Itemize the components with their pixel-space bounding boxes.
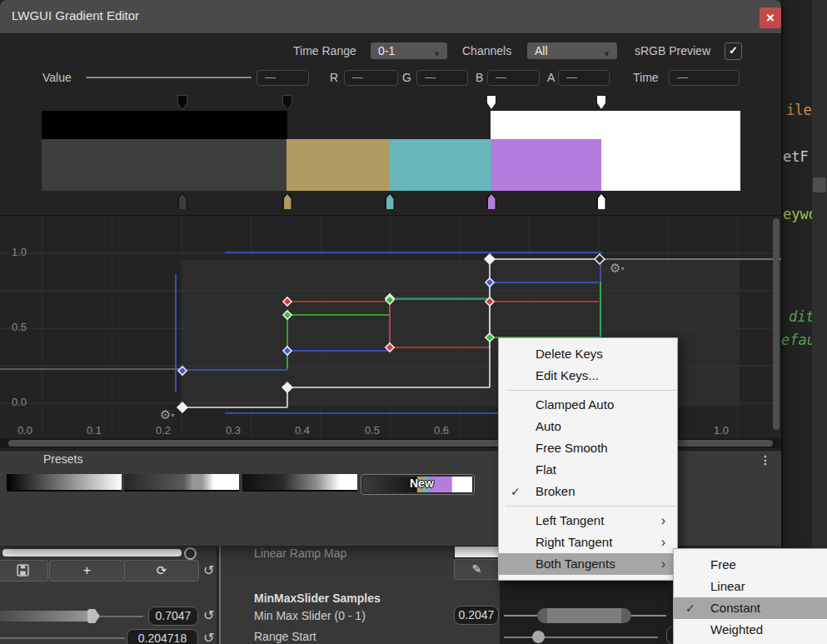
- value-slider[interactable]: [86, 77, 252, 78]
- r-field[interactable]: —: [344, 70, 398, 86]
- preset-new-label: New: [410, 477, 434, 490]
- submenu-item-weighted[interactable]: Weighted: [674, 619, 827, 641]
- undo-icon-1[interactable]: ↺: [203, 562, 214, 578]
- channels-dropdown[interactable]: All ▼: [527, 42, 617, 59]
- menu-item-label: Delete Keys: [536, 347, 603, 361]
- x-axis-tick: 0.4: [295, 424, 310, 437]
- submenu-item-linear[interactable]: Linear: [674, 576, 827, 597]
- window-title: LWGUI Gradient Editor: [12, 8, 139, 22]
- x-axis-tick: 1.0: [714, 424, 729, 437]
- submenu-arrow-icon: ›: [661, 510, 665, 531]
- gear-caret-icon: ▾: [171, 412, 174, 419]
- menu-item-delete-keys[interactable]: Delete Keys: [499, 343, 677, 365]
- refresh-presets-button[interactable]: ⟳: [124, 560, 199, 582]
- menu-item-label: Constant: [710, 601, 760, 615]
- range-start-track[interactable]: [504, 637, 658, 638]
- menu-item-right-tangent[interactable]: Right Tangent›: [499, 532, 677, 553]
- time-range-label: Time Range: [293, 44, 356, 57]
- preset-swatch[interactable]: [242, 474, 357, 492]
- undo-icon-2[interactable]: ↺: [203, 607, 214, 623]
- menu-item-flat[interactable]: Flat: [499, 459, 677, 481]
- gradient-alpha-preview[interactable]: [42, 111, 740, 139]
- save-preset-button[interactable]: [0, 560, 48, 582]
- tangent-submenu: FreeLinear✓ConstantWeighted: [673, 548, 827, 644]
- value1-field[interactable]: 0.7047: [148, 607, 198, 626]
- submenu-arrow-icon: ›: [661, 553, 665, 574]
- gradient-color-preview[interactable]: [42, 139, 740, 191]
- time-field[interactable]: —: [669, 70, 740, 86]
- chevron-down-icon: ▼: [433, 46, 441, 62]
- y-axis-tick: 0.5: [12, 321, 27, 333]
- panel-splitter-highlight: [219, 546, 221, 644]
- menu-item-label: Both Tangents: [536, 557, 615, 571]
- minmax-value-field[interactable]: 0.2047: [454, 606, 499, 625]
- x-axis-tick: 0.1: [87, 424, 102, 437]
- gear-icon[interactable]: ⚙▾: [610, 261, 624, 276]
- color-circle-icon[interactable]: [184, 547, 197, 560]
- channels-value: All: [535, 44, 548, 57]
- code-text-fragment: etF: [783, 148, 809, 165]
- menu-item-left-tangent[interactable]: Left Tangent›: [499, 510, 677, 532]
- submenu-item-free[interactable]: Free: [674, 554, 827, 576]
- srgb-preview-label: sRGB Preview: [635, 44, 710, 57]
- menu-item-auto[interactable]: Auto: [499, 416, 677, 437]
- menu-item-broken[interactable]: ✓Broken: [499, 481, 677, 502]
- menu-item-both-tangents[interactable]: Both Tangents›: [499, 553, 677, 575]
- code-text-fragment: dit: [789, 308, 815, 325]
- screen: ileNetFeywoditefau + ⟳ ↺ 0.7047 ↺ 0.2047…: [0, 0, 827, 644]
- time-range-dropdown[interactable]: 0-1 ▼: [371, 42, 447, 59]
- ramp-preview-bar: [2, 549, 182, 557]
- check-icon: ✓: [685, 597, 695, 619]
- a-field[interactable]: —: [558, 70, 610, 86]
- preset-swatch[interactable]: [7, 474, 122, 492]
- menu-item-label: Free: [710, 557, 736, 572]
- curve-vscrollbar-thumb[interactable]: [773, 218, 780, 430]
- minmax-slider-range[interactable]: [537, 608, 631, 623]
- value2-field[interactable]: 0.204718: [127, 629, 198, 644]
- menu-item-free-smooth[interactable]: Free Smooth: [499, 437, 677, 459]
- gear-glyph: ⚙: [160, 407, 171, 422]
- menu-item-label: Auto: [536, 419, 561, 433]
- g-field[interactable]: —: [416, 70, 468, 86]
- ramp-texture-swatch[interactable]: [454, 546, 500, 558]
- g-label: G: [402, 71, 411, 84]
- time-label: Time: [633, 71, 659, 84]
- menu-item-label: Free Smooth: [536, 441, 608, 455]
- context-menu: Delete KeysEdit Keys...Clamped AutoAutoF…: [498, 337, 678, 581]
- ramp-slider-track[interactable]: [100, 616, 143, 617]
- gear-glyph: ⚙: [610, 261, 620, 275]
- preset-new-swatch[interactable]: New: [361, 474, 475, 495]
- menu-item-label: Linear: [710, 579, 745, 593]
- time-range-value: 0-1: [378, 44, 395, 57]
- srgb-preview-checkbox[interactable]: ✓: [725, 42, 742, 60]
- preset-swatch[interactable]: [124, 474, 239, 492]
- menu-item-label: Clamped Auto: [536, 397, 614, 412]
- ramp-slider-fill[interactable]: [0, 611, 93, 622]
- presets-title: Presets: [43, 452, 82, 466]
- y-axis-tick: 1.0: [12, 246, 27, 258]
- channels-label: Channels: [462, 44, 511, 57]
- menu-item-clamped-auto[interactable]: Clamped Auto: [499, 394, 677, 416]
- y-axis-tick: 0.0: [12, 396, 27, 408]
- row2-slider-track[interactable]: [0, 637, 125, 639]
- submenu-item-constant[interactable]: ✓Constant: [674, 597, 827, 619]
- range-start-thumb[interactable]: [532, 631, 545, 643]
- ramp-map-label: Linear Ramp Map: [254, 547, 346, 560]
- undo-icon-3[interactable]: ↺: [203, 630, 214, 644]
- kebab-menu-icon[interactable]: ⋮: [760, 453, 771, 467]
- gear-icon[interactable]: ⚙▾: [160, 407, 174, 422]
- menu-separator: [506, 506, 677, 507]
- add-preset-button[interactable]: +: [49, 560, 125, 582]
- x-axis-tick: 0.2: [156, 424, 171, 437]
- menu-item-label: Flat: [536, 462, 556, 477]
- value-field[interactable]: —: [257, 70, 309, 86]
- b-field[interactable]: —: [487, 70, 540, 86]
- marker-fill: [598, 194, 605, 209]
- menu-item-edit-keys[interactable]: Edit Keys...: [499, 365, 677, 387]
- gear-caret-icon: ▾: [620, 265, 624, 272]
- edit-ramp-button[interactable]: ✎: [454, 559, 500, 580]
- save-icon: [17, 565, 29, 579]
- close-button[interactable]: ✕: [760, 7, 781, 28]
- code-scrollbar-thumb[interactable]: [813, 177, 826, 192]
- x-axis-tick: 0.3: [226, 424, 241, 437]
